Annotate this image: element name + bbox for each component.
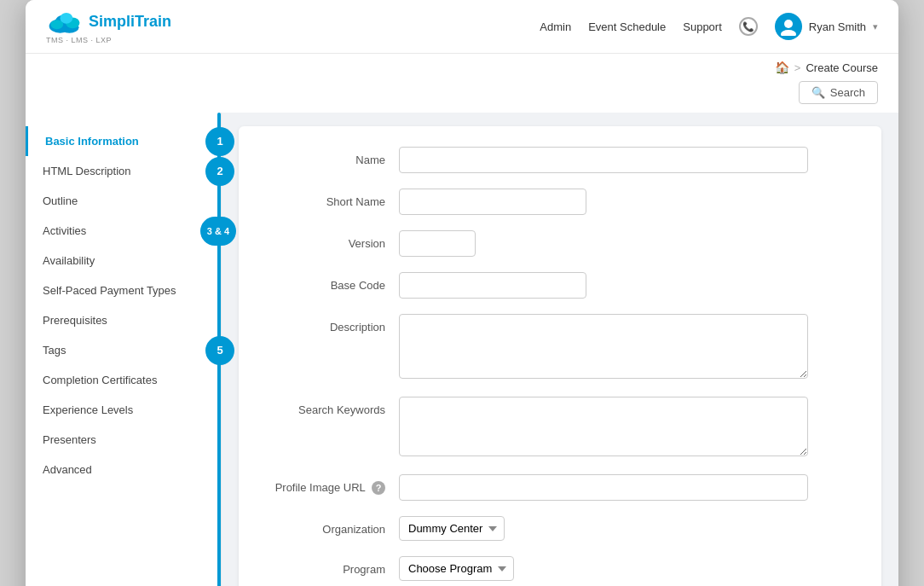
sidebar-item-html-desc[interactable]: HTML Description 2 — [26, 156, 221, 186]
app-window: SimpliTrain TMS · LMS · LXP Admin Event … — [26, 0, 898, 586]
user-avatar — [775, 13, 802, 40]
help-icon[interactable]: ? — [372, 481, 385, 495]
search-keywords-row: Search Keywords — [266, 397, 854, 459]
version-label: Version — [266, 230, 385, 250]
search-keywords-textarea[interactable] — [399, 397, 808, 456]
sidebar-label-basic-info: Basic Information — [45, 135, 139, 148]
home-icon[interactable]: 🏠 — [775, 61, 789, 74]
sidebar-item-self-paced[interactable]: Self-Paced Payment Types — [26, 276, 221, 305]
sidebar-label-activities: Activities — [43, 224, 86, 237]
profile-image-label: Profile Image URL ? — [266, 474, 385, 495]
version-input[interactable] — [399, 230, 476, 257]
admin-link[interactable]: Admin — [540, 20, 571, 33]
sidebar-label-prerequisites: Prerequisites — [43, 314, 107, 327]
sidebar-item-outline[interactable]: Outline — [26, 186, 221, 216]
search-icon: 🔍 — [811, 86, 825, 99]
program-select[interactable]: Choose Program — [399, 556, 514, 581]
event-schedule-link[interactable]: Event Schedule — [588, 20, 666, 33]
search-button[interactable]: 🔍 Search — [799, 81, 878, 104]
search-label: Search — [830, 86, 865, 99]
sidebar-item-advanced[interactable]: Advanced — [26, 455, 221, 484]
name-row: Name — [266, 147, 854, 173]
profile-image-row: Profile Image URL ? — [266, 474, 854, 501]
base-code-row: Base Code — [266, 272, 854, 299]
breadcrumb: 🏠 > Create Course — [26, 54, 898, 78]
sidebar-item-availability[interactable]: Availability — [26, 246, 221, 276]
name-field-wrapper — [399, 147, 808, 173]
sidebar-label-tags: Tags — [43, 344, 66, 357]
badge-5: 5 — [205, 336, 234, 365]
base-code-field-wrapper — [399, 272, 808, 299]
sidebar-label-advanced: Advanced — [43, 463, 92, 476]
description-field-wrapper — [399, 314, 808, 381]
version-field-wrapper — [399, 230, 808, 257]
main-content: Name Short Name Version — [222, 113, 898, 586]
logo-subtitle: TMS · LMS · LXP — [46, 36, 171, 44]
support-link[interactable]: Support — [683, 20, 722, 33]
sidebar-item-basic-info[interactable]: Basic Information 1 — [26, 126, 221, 156]
sidebar-item-tags[interactable]: Tags 5 — [26, 335, 221, 365]
sidebar-label-self-paced: Self-Paced Payment Types — [43, 284, 176, 297]
sidebar-label-html-desc: HTML Description — [43, 165, 131, 177]
sidebar-item-presenters[interactable]: Presenters — [26, 425, 221, 455]
sidebar-item-experience[interactable]: Experience Levels — [26, 395, 221, 425]
program-field-wrapper: Choose Program — [399, 556, 808, 581]
svg-point-5 — [61, 13, 73, 24]
organization-field-wrapper: Dummy Center — [399, 516, 808, 541]
badge-3-4: 3 & 4 — [200, 217, 236, 246]
short-name-label: Short Name — [266, 189, 385, 208]
sidebar-label-availability: Availability — [43, 254, 95, 267]
user-name: Ryan Smith — [809, 20, 866, 33]
description-row: Description — [266, 314, 854, 381]
program-row: Program Choose Program — [266, 556, 854, 581]
version-row: Version — [266, 230, 854, 257]
description-textarea[interactable] — [399, 314, 808, 379]
search-keywords-field-wrapper — [399, 397, 808, 459]
organization-row: Organization Dummy Center — [266, 516, 854, 541]
sidebar: Basic Information 1 HTML Description 2 O… — [26, 113, 222, 586]
sidebar-label-presenters: Presenters — [43, 433, 96, 446]
badge-2: 2 — [205, 157, 234, 186]
breadcrumb-current: Create Course — [806, 61, 878, 74]
sidebar-label-completion: Completion Certificates — [43, 374, 157, 386]
description-label: Description — [266, 314, 385, 334]
name-label: Name — [266, 147, 385, 166]
program-label: Program — [266, 556, 385, 576]
avatar-icon — [779, 17, 798, 36]
logo-brand: SimpliTrain — [89, 13, 171, 31]
badge-1: 1 — [205, 127, 234, 156]
svg-point-7 — [781, 30, 796, 36]
base-code-label: Base Code — [266, 272, 385, 292]
logo: SimpliTrain TMS · LMS · LXP — [46, 9, 171, 44]
logo-icon — [46, 9, 84, 34]
form-card: Name Short Name Version — [239, 126, 881, 586]
chevron-down-icon: ▾ — [873, 21, 878, 32]
short-name-field-wrapper — [399, 189, 808, 215]
base-code-input[interactable] — [399, 272, 586, 299]
organization-label: Organization — [266, 516, 385, 536]
profile-image-field-wrapper — [399, 474, 808, 501]
name-input[interactable] — [399, 147, 808, 173]
svg-point-6 — [784, 20, 793, 28]
sidebar-label-outline: Outline — [43, 194, 78, 207]
phone-icon[interactable]: 📞 — [739, 17, 758, 36]
sidebar-item-completion[interactable]: Completion Certificates — [26, 365, 221, 395]
sidebar-item-activities[interactable]: Activities 3 & 4 — [26, 216, 221, 246]
breadcrumb-separator: > — [794, 61, 801, 74]
header-nav: Admin Event Schedule Support 📞 Ryan Smit… — [540, 13, 878, 40]
profile-image-input[interactable] — [399, 474, 808, 501]
short-name-input[interactable] — [399, 189, 586, 215]
sidebar-item-prerequisites[interactable]: Prerequisites — [26, 305, 221, 335]
short-name-row: Short Name — [266, 189, 854, 215]
search-keywords-label: Search Keywords — [266, 397, 385, 416]
user-menu[interactable]: Ryan Smith ▾ — [775, 13, 878, 40]
body: Basic Information 1 HTML Description 2 O… — [26, 113, 898, 586]
search-bar: 🔍 Search — [26, 78, 898, 113]
header: SimpliTrain TMS · LMS · LXP Admin Event … — [26, 0, 898, 54]
sidebar-label-experience: Experience Levels — [43, 403, 133, 416]
organization-select[interactable]: Dummy Center — [399, 516, 505, 541]
